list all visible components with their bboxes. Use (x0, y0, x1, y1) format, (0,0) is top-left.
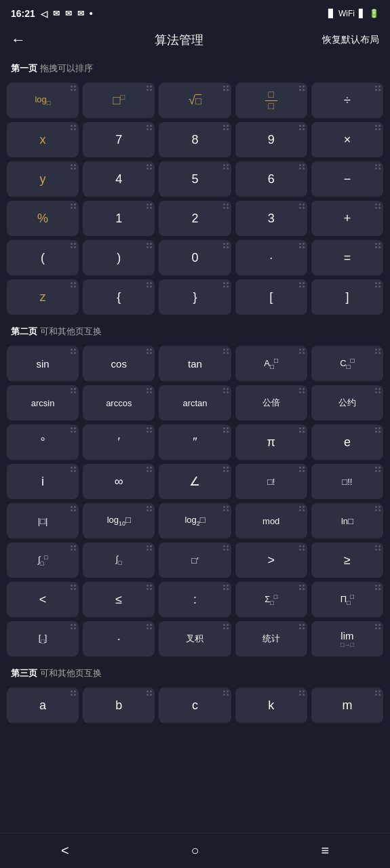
nav-back-button[interactable]: < (41, 836, 90, 865)
btn-product[interactable]: Π□□ (311, 582, 383, 617)
btn-sigma[interactable]: Σ□□ (235, 582, 307, 617)
page3-label: 第三页 可和其他页互换 (0, 660, 390, 684)
btn-degree[interactable]: ° (7, 425, 79, 460)
btn-plus[interactable]: + (311, 201, 383, 236)
btn-lbrace[interactable]: { (83, 279, 155, 315)
btn-lt[interactable]: < (7, 582, 79, 617)
btn-1[interactable]: 1 (83, 201, 155, 236)
btn-angle[interactable]: ∠ (159, 464, 231, 499)
btn-pi[interactable]: π (235, 425, 307, 460)
btn-divide[interactable]: ÷ (311, 83, 383, 118)
btn-mod[interactable]: mod (235, 503, 307, 538)
btn-colon[interactable]: : (159, 582, 231, 617)
btn-dot[interactable]: · (235, 240, 307, 275)
btn-log10[interactable]: log10□ (83, 503, 155, 538)
btn-infinity[interactable]: ∞ (83, 464, 155, 499)
btn-c[interactable]: c (159, 688, 231, 723)
msg-icon1: ✉ (53, 9, 60, 18)
btn-percent[interactable]: % (7, 201, 79, 236)
btn-integral1[interactable]: ∫□□ (7, 542, 79, 578)
btn-b[interactable]: b (83, 688, 155, 723)
btn-log2[interactable]: log2□ (159, 503, 231, 538)
btn-equals[interactable]: = (311, 240, 383, 275)
btn-z[interactable]: z (7, 279, 79, 315)
btn-arcminute[interactable]: ′ (83, 425, 155, 460)
btn-arcsecond[interactable]: ″ (159, 425, 231, 460)
btn-rbrace[interactable]: } (159, 279, 231, 315)
btn-sin[interactable]: sin (7, 346, 79, 381)
btn-a[interactable]: a (7, 688, 79, 723)
page2-label: 第二页 可和其他页互换 (0, 319, 390, 342)
btn-A-comb[interactable]: A□□ (235, 346, 307, 381)
btn-cdot[interactable]: · (83, 621, 155, 656)
btn-2[interactable]: 2 (159, 201, 231, 236)
btn-arccos[interactable]: arccos (83, 385, 155, 420)
btn-tan[interactable]: tan (159, 346, 231, 381)
battery-icon: 🔋 (369, 9, 379, 18)
nav-menu-button[interactable]: ≡ (300, 836, 349, 865)
btn-k[interactable]: k (235, 688, 307, 723)
status-time: 16:21 ◁ ✉ ✉ ✉ • (11, 8, 93, 19)
btn-log[interactable]: log□ (7, 83, 79, 118)
btn-6[interactable]: 6 (235, 161, 307, 197)
top-bar: ← 算法管理 恢复默认布局 (0, 24, 390, 56)
status-icons: ▊ WiFi ▋ 🔋 (328, 9, 379, 18)
btn-minus[interactable]: − (311, 161, 383, 197)
btn-ln[interactable]: ln□ (311, 503, 383, 538)
bars-icon: ▋ (359, 9, 365, 18)
btn-derivative[interactable]: □′ (159, 542, 231, 578)
btn-8[interactable]: 8 (159, 122, 231, 157)
btn-4[interactable]: 4 (83, 161, 155, 197)
btn-arctan[interactable]: arctan (159, 385, 231, 420)
btn-rbracket[interactable]: ] (311, 279, 383, 315)
btn-rparen[interactable]: ) (83, 240, 155, 275)
btn-sqrt[interactable]: √□ (159, 83, 231, 118)
msg-icon3: ✉ (77, 9, 84, 18)
btn-cos[interactable]: cos (83, 346, 155, 381)
btn-integral2[interactable]: ∫□ (83, 542, 155, 578)
reset-layout-button[interactable]: 恢复默认布局 (322, 34, 379, 46)
btn-lim[interactable]: lim □→□ (311, 621, 383, 656)
btn-y[interactable]: y (7, 161, 79, 197)
page3-grid: a b c k m (0, 684, 390, 727)
btn-lcm[interactable]: 公倍 (235, 385, 307, 420)
location-icon: ◁ (41, 9, 47, 19)
btn-lbracket[interactable]: [ (235, 279, 307, 315)
wifi-icon: WiFi (338, 9, 355, 18)
btn-factorial[interactable]: □! (235, 464, 307, 499)
btn-9[interactable]: 9 (235, 122, 307, 157)
btn-gt[interactable]: > (235, 542, 307, 578)
nav-bar: < ○ ≡ (0, 833, 390, 868)
signal-icon: ▊ (328, 9, 334, 18)
btn-fraction[interactable]: □□ (235, 83, 307, 118)
btn-arcsin[interactable]: arcsin (7, 385, 79, 420)
btn-double-factorial[interactable]: □!! (311, 464, 383, 499)
btn-0[interactable]: 0 (159, 240, 231, 275)
time-display: 16:21 (11, 8, 35, 19)
btn-7[interactable]: 7 (83, 122, 155, 157)
btn-lte[interactable]: ≤ (83, 582, 155, 617)
btn-e[interactable]: e (311, 425, 383, 460)
dot-icon: • (90, 8, 93, 19)
btn-3[interactable]: 3 (235, 201, 307, 236)
btn-m[interactable]: m (311, 688, 383, 723)
btn-lparen[interactable]: ( (7, 240, 79, 275)
btn-matrix[interactable]: [□] (7, 621, 79, 656)
nav-home-button[interactable]: ○ (170, 836, 219, 865)
btn-cross[interactable]: 叉积 (159, 621, 231, 656)
btn-gcd[interactable]: 公约 (311, 385, 383, 420)
btn-5[interactable]: 5 (159, 161, 231, 197)
page2-grid: sin cos tan A□□ C□□ arcsin arccos arctan… (0, 342, 390, 660)
btn-abs[interactable]: |□| (7, 503, 79, 538)
btn-multiply[interactable]: × (311, 122, 383, 157)
status-bar: 16:21 ◁ ✉ ✉ ✉ • ▊ WiFi ▋ 🔋 (0, 0, 390, 24)
btn-stats[interactable]: 统计 (235, 621, 307, 656)
page1-label: 第一页 拖拽可以排序 (0, 56, 390, 79)
back-button[interactable]: ← (11, 31, 35, 49)
page1-grid: log□ □□ √□ □□ ÷ x 7 8 9 × y (0, 79, 390, 319)
btn-gte[interactable]: ≥ (311, 542, 383, 578)
btn-i[interactable]: i (7, 464, 79, 499)
btn-C-comb[interactable]: C□□ (311, 346, 383, 381)
btn-x[interactable]: x (7, 122, 79, 157)
btn-power[interactable]: □□ (83, 83, 155, 118)
